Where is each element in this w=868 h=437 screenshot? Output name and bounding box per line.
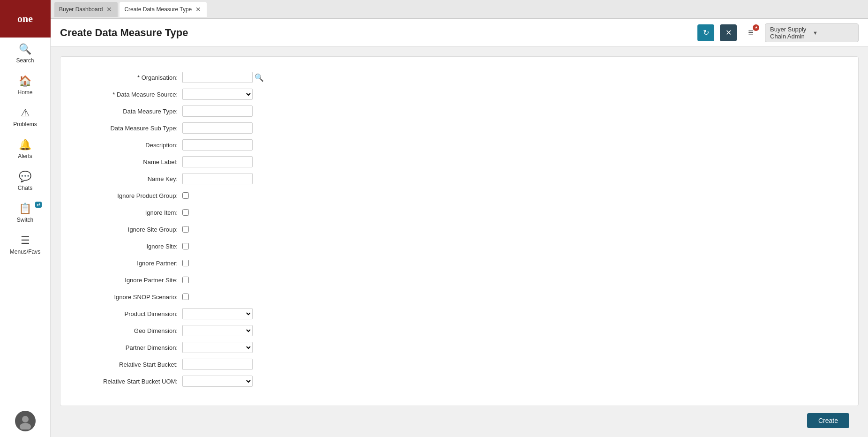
sidebar: one 🔍 Search 🏠 Home ⚠ Problems 🔔 Alerts … — [0, 0, 51, 437]
ignore-item-row: Ignore Item: — [79, 206, 839, 219]
user-avatar[interactable] — [15, 411, 36, 431]
ignore-partner-site-checkbox[interactable] — [182, 277, 189, 283]
refresh-icon: ↻ — [703, 28, 709, 37]
user-dropdown[interactable]: Buyer Supply Chain Admin ▼ — [765, 23, 859, 42]
tab-label-buyer-dashboard: Buyer Dashboard — [59, 6, 103, 13]
sidebar-item-search[interactable]: 🔍 Search — [0, 38, 50, 69]
dropdown-arrow-icon: ▼ — [813, 30, 853, 36]
menu-button[interactable]: ≡ — [742, 24, 759, 41]
description-input[interactable] — [182, 139, 253, 151]
switch-badge: ⇄ — [35, 202, 42, 208]
svg-point-1 — [22, 416, 29, 422]
form-container: * Organisation: 🔍 * Data Measure Source:… — [60, 56, 859, 406]
partner-dimension-select[interactable] — [182, 342, 253, 353]
geo-dimension-label: Geo Dimension: — [79, 327, 182, 334]
ignore-product-group-checkbox[interactable] — [182, 192, 189, 199]
sidebar-item-chats[interactable]: 💬 Chats — [0, 165, 50, 197]
name-key-row: Name Key: — [79, 172, 839, 185]
ignore-site-group-label: Ignore Site Group: — [79, 226, 182, 233]
data-measure-sub-type-row: Data Measure Sub Type: — [79, 121, 839, 135]
sidebar-item-home[interactable]: 🏠 Home — [0, 69, 50, 101]
sidebar-item-switch[interactable]: 📋 ⇄ Switch — [0, 197, 50, 229]
tab-close-create-data-measure-type[interactable]: ✕ — [195, 6, 202, 13]
tab-label-create-data-measure-type: Create Data Measure Type — [124, 6, 192, 13]
sidebar-label-alerts: Alerts — [18, 153, 32, 159]
organisation-search-button[interactable]: 🔍 — [254, 73, 264, 82]
data-measure-source-row: * Data Measure Source: — [79, 88, 839, 101]
avatar-icon — [17, 413, 34, 429]
sidebar-label-home: Home — [17, 89, 32, 96]
ignore-product-group-label: Ignore Product Group: — [79, 192, 182, 199]
relative-start-bucket-uom-select[interactable] — [182, 376, 253, 387]
tab-create-data-measure-type[interactable]: Create Data Measure Type ✕ — [120, 2, 207, 17]
search-icon: 🔍 — [19, 43, 31, 55]
ignore-site-checkbox[interactable] — [182, 243, 189, 249]
app-logo[interactable]: one — [0, 0, 51, 38]
relative-start-bucket-row: Relative Start Bucket: — [79, 358, 839, 371]
form-footer: Create — [60, 406, 859, 435]
alerts-icon: 🔔 — [19, 139, 31, 151]
partner-dimension-row: Partner Dimension: — [79, 341, 839, 354]
page-header: Create Data Measure Type ↻ ✕ ≡ Buyer Sup… — [51, 19, 868, 47]
sidebar-label-problems: Problems — [13, 121, 37, 128]
tab-buyer-dashboard[interactable]: Buyer Dashboard ✕ — [54, 2, 118, 17]
ignore-partner-site-label: Ignore Partner Site: — [79, 277, 182, 284]
ignore-site-label: Ignore Site: — [79, 243, 182, 250]
ignore-partner-row: Ignore Partner: — [79, 256, 839, 270]
name-key-input[interactable] — [182, 173, 253, 184]
ignore-snop-scenario-row: Ignore SNOP Scenario: — [79, 290, 839, 303]
data-measure-type-label: Data Measure Type: — [79, 108, 182, 115]
home-icon: 🏠 — [19, 75, 31, 87]
partner-dimension-label: Partner Dimension: — [79, 344, 182, 351]
switch-icon: 📋 — [19, 203, 31, 215]
data-measure-sub-type-input[interactable] — [182, 122, 253, 134]
sidebar-label-search: Search — [16, 57, 34, 64]
close-button[interactable]: ✕ — [720, 24, 737, 41]
description-row: Description: — [79, 138, 839, 151]
ignore-site-row: Ignore Site: — [79, 240, 839, 253]
main-area: Buyer Dashboard ✕ Create Data Measure Ty… — [51, 0, 868, 437]
tab-close-buyer-dashboard[interactable]: ✕ — [105, 6, 113, 13]
ignore-product-group-row: Ignore Product Group: — [79, 189, 839, 202]
chats-icon: 💬 — [19, 171, 31, 183]
data-measure-source-label: * Data Measure Source: — [79, 91, 182, 98]
star-badge — [753, 24, 759, 31]
ignore-item-checkbox[interactable] — [182, 209, 189, 216]
refresh-button[interactable]: ↻ — [697, 24, 714, 41]
name-label-row: Name Label: — [79, 155, 839, 168]
organisation-row: * Organisation: 🔍 — [79, 71, 839, 84]
relative-start-bucket-input[interactable] — [182, 359, 253, 370]
sidebar-item-menufavs[interactable]: ☰ Menus/Favs — [0, 229, 50, 261]
logo-text: one — [17, 13, 33, 25]
geo-dimension-select[interactable] — [182, 325, 253, 336]
data-measure-type-row: Data Measure Type: — [79, 105, 839, 118]
create-button[interactable]: Create — [807, 413, 849, 428]
ignore-site-group-row: Ignore Site Group: — [79, 223, 839, 236]
sidebar-item-problems[interactable]: ⚠ Problems — [0, 101, 50, 133]
data-measure-type-input[interactable] — [182, 105, 253, 117]
ignore-partner-checkbox[interactable] — [182, 260, 189, 266]
data-measure-source-select[interactable] — [182, 89, 253, 100]
ignore-partner-label: Ignore Partner: — [79, 260, 182, 267]
organisation-input[interactable] — [182, 72, 253, 83]
data-measure-sub-type-label: Data Measure Sub Type: — [79, 125, 182, 132]
description-label: Description: — [79, 142, 182, 149]
user-name: Buyer Supply Chain Admin — [770, 26, 811, 40]
close-icon: ✕ — [726, 28, 732, 37]
sidebar-label-switch: Switch — [17, 217, 33, 223]
ignore-partner-site-row: Ignore Partner Site: — [79, 273, 839, 286]
sidebar-label-chats: Chats — [18, 185, 32, 191]
product-dimension-row: Product Dimension: — [79, 307, 839, 320]
ignore-snop-scenario-checkbox[interactable] — [182, 294, 189, 300]
tab-bar: Buyer Dashboard ✕ Create Data Measure Ty… — [51, 0, 868, 19]
product-dimension-select[interactable] — [182, 308, 253, 319]
sidebar-item-alerts[interactable]: 🔔 Alerts — [0, 133, 50, 165]
name-label-input[interactable] — [182, 156, 253, 167]
problems-icon: ⚠ — [21, 107, 30, 119]
ignore-item-label: Ignore Item: — [79, 209, 182, 216]
menu-icon: ☰ — [21, 234, 30, 247]
ignore-site-group-checkbox[interactable] — [182, 226, 189, 233]
relative-start-bucket-label: Relative Start Bucket: — [79, 361, 182, 368]
relative-start-bucket-uom-label: Relative Start Bucket UOM: — [79, 378, 182, 385]
organisation-input-group: 🔍 — [182, 72, 264, 83]
